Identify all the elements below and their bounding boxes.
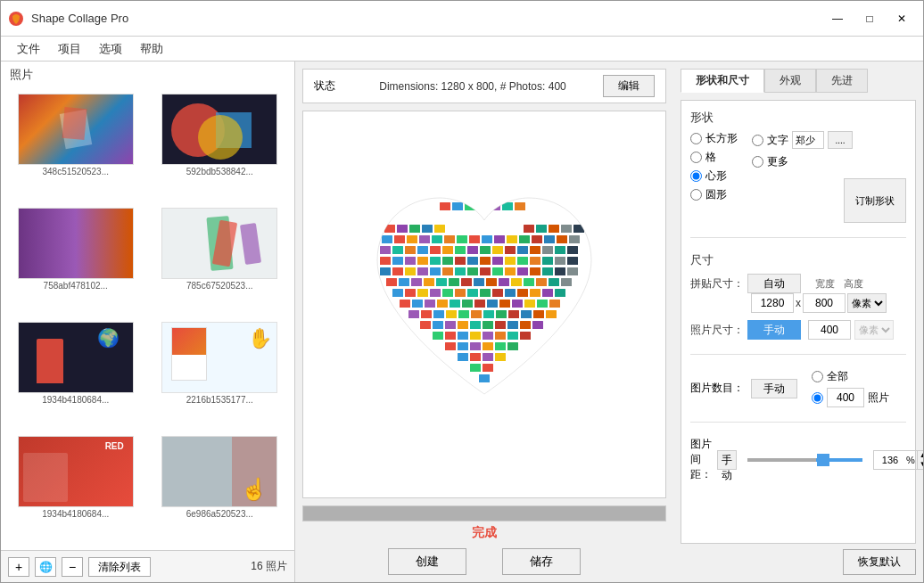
width-label: 宽度 — [815, 277, 835, 291]
svg-rect-135 — [533, 310, 544, 318]
svg-rect-155 — [445, 342, 456, 350]
svg-rect-72 — [442, 267, 453, 275]
svg-rect-131 — [483, 310, 494, 318]
photo-label-5: 1934b4180684... — [42, 395, 109, 405]
photo-thumb-8: ☝ — [161, 436, 277, 507]
count-preset-box[interactable]: 手动 — [751, 379, 797, 398]
svg-rect-134 — [521, 310, 532, 318]
restore-defaults-button[interactable]: 恢复默认 — [843, 549, 916, 575]
center-bottom: 创建 储存 — [302, 548, 666, 575]
count-number-input[interactable] — [827, 388, 864, 407]
maximize-button[interactable]: □ — [855, 6, 884, 31]
minimize-button[interactable]: — — [823, 6, 852, 31]
svg-rect-85 — [411, 278, 422, 286]
svg-rect-32 — [544, 235, 555, 243]
svg-rect-27 — [482, 235, 492, 243]
height-input[interactable] — [803, 293, 846, 313]
menu-help[interactable]: 帮助 — [131, 37, 172, 61]
shape-options-row: 长方形 格 心形 圆形 — [690, 131, 906, 223]
svg-rect-48 — [542, 246, 553, 254]
height-label: 高度 — [844, 277, 863, 291]
create-button[interactable]: 创建 — [388, 548, 466, 575]
svg-rect-120 — [499, 300, 510, 308]
svg-rect-19 — [382, 235, 392, 243]
right-content: 形状 长方形 格 — [681, 100, 916, 544]
heart-collage — [351, 180, 618, 430]
menu-options[interactable]: 选项 — [90, 37, 131, 61]
svg-rect-14 — [524, 225, 534, 233]
main-content: 照片 348c51520523... — [1, 62, 923, 582]
svg-rect-153 — [507, 332, 518, 340]
add-photo-button[interactable]: + — [8, 557, 29, 577]
text-row: 文字 .... — [752, 131, 906, 149]
count-number-radio[interactable]: 照片 — [812, 388, 889, 407]
svg-rect-151 — [483, 332, 493, 340]
custom-shape-button[interactable]: 订制形状 — [844, 178, 906, 223]
svg-rect-122 — [524, 300, 535, 308]
close-button[interactable]: ✕ — [887, 6, 916, 31]
svg-rect-76 — [492, 267, 503, 275]
spacing-preset-box[interactable]: 手动 — [717, 450, 737, 470]
menu-file[interactable]: 文件 — [8, 37, 49, 61]
separator-2 — [690, 354, 906, 355]
globe-button[interactable]: 🌐 — [35, 557, 56, 577]
list-item[interactable]: ✋ 2216b1535177... — [151, 322, 290, 431]
svg-rect-71 — [430, 267, 441, 275]
list-item[interactable]: 758abf478102... — [6, 208, 145, 316]
text-value-input[interactable] — [792, 131, 824, 149]
status-dimensions: Dimensions: 1280 x 800, # Photos: 400 — [379, 80, 565, 93]
svg-rect-70 — [417, 267, 428, 275]
spacing-slider[interactable] — [747, 458, 862, 462]
remove-photo-button[interactable]: − — [62, 557, 83, 577]
svg-rect-92 — [499, 278, 509, 286]
svg-rect-161 — [458, 353, 468, 361]
count-all-radio[interactable]: 全部 — [812, 369, 889, 384]
tab-shape-size[interactable]: 形状和尺寸 — [681, 69, 764, 93]
svg-rect-165 — [470, 364, 481, 372]
tab-bar: 形状和尺寸 外观 先进 — [681, 69, 916, 93]
list-item[interactable]: RED 1934b4180684... — [6, 436, 145, 545]
unit-select[interactable]: 像素 — [847, 293, 887, 313]
photo-label-6: 2216b1535177... — [186, 395, 253, 405]
svg-rect-81 — [555, 267, 565, 275]
radio-circle[interactable]: 圆形 — [690, 187, 738, 202]
tab-appearance[interactable]: 外观 — [764, 69, 816, 93]
svg-rect-110 — [542, 289, 553, 297]
radio-grid[interactable]: 格 — [690, 150, 738, 165]
menu-project[interactable]: 项目 — [49, 37, 90, 61]
svg-rect-35 — [380, 246, 391, 254]
spacing-value-input[interactable] — [874, 451, 906, 469]
spacing-unit: % — [906, 455, 917, 465]
svg-rect-50 — [567, 246, 578, 254]
collage-preset-box[interactable]: 自动 — [747, 274, 801, 293]
photo-size-input[interactable] — [808, 320, 851, 340]
list-item[interactable]: 348c51520523... — [6, 94, 145, 202]
svg-rect-148 — [445, 332, 456, 340]
dots-button[interactable]: .... — [828, 131, 853, 149]
list-item[interactable]: 592bdb538842... — [151, 94, 290, 202]
list-item[interactable]: ☝ 6e986a520523... — [151, 436, 290, 545]
photo-thumb-2 — [161, 94, 277, 165]
radio-heart[interactable]: 心形 — [690, 168, 738, 184]
shape-left-options: 长方形 格 心形 圆形 — [690, 131, 738, 202]
edit-button[interactable]: 编辑 — [603, 75, 655, 97]
svg-rect-166 — [483, 364, 493, 372]
svg-rect-91 — [486, 278, 497, 286]
spinner-down-button[interactable]: ▼ — [918, 460, 923, 469]
svg-rect-124 — [549, 300, 560, 308]
photo-unit-select[interactable]: 像素 — [854, 320, 894, 340]
spinner-up-button[interactable]: ▲ — [918, 451, 923, 460]
svg-rect-145 — [520, 321, 531, 329]
svg-rect-89 — [461, 278, 472, 286]
list-item[interactable]: 🌍 1934b4180684... — [6, 322, 145, 431]
svg-rect-163 — [483, 353, 493, 361]
tab-advanced[interactable]: 先进 — [816, 69, 868, 93]
width-input[interactable] — [751, 293, 794, 313]
clear-list-button[interactable]: 清除列表 — [88, 557, 151, 577]
svg-rect-162 — [470, 353, 481, 361]
save-button[interactable]: 储存 — [502, 548, 581, 575]
photo-preset-box[interactable]: 手动 — [747, 320, 801, 340]
svg-rect-53 — [405, 257, 416, 265]
radio-rectangle[interactable]: 长方形 — [690, 131, 738, 146]
list-item[interactable]: 785c67520523... — [151, 208, 290, 316]
